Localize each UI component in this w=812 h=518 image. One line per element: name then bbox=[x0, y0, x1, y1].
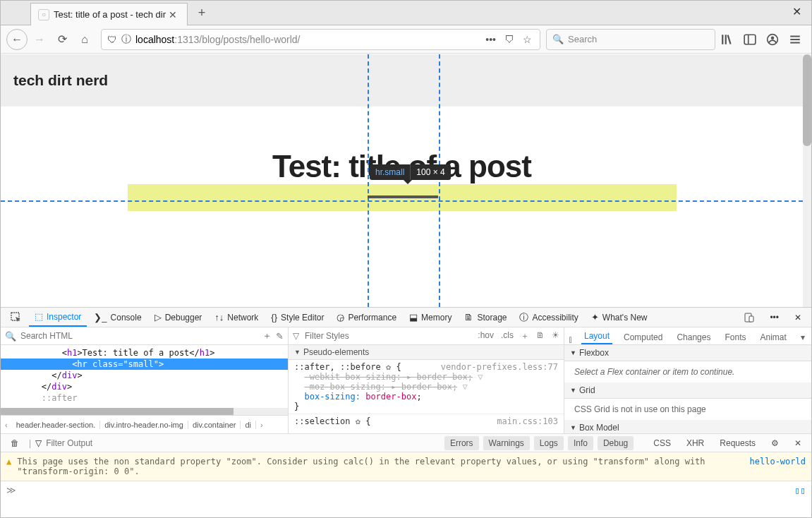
clear-console-icon[interactable]: 🗑 bbox=[5, 436, 25, 450]
console-warning-row[interactable]: ▲ This page uses the non standard proper… bbox=[1, 452, 811, 481]
html-tree[interactable]: <h1>Test: title of a post</h1> <hr class… bbox=[1, 345, 288, 408]
css-rule[interactable]: main.css:103 ::selection ✿ { bbox=[289, 414, 564, 428]
filter-requests[interactable]: Requests bbox=[714, 436, 761, 450]
html-line[interactable]: </div> bbox=[1, 370, 288, 381]
layout-tab-changes[interactable]: Changes bbox=[674, 330, 713, 344]
tab-close-icon[interactable]: ✕ bbox=[166, 9, 180, 20]
html-line[interactable]: <h1>Test: title of a post</h1> bbox=[1, 347, 288, 359]
layout-tab-computed[interactable]: Computed bbox=[621, 330, 665, 344]
crumb-next-icon[interactable]: › bbox=[256, 421, 267, 429]
url-port: :1313 bbox=[174, 34, 199, 45]
html-line[interactable]: </div> bbox=[1, 381, 288, 392]
page-scrollbar[interactable] bbox=[803, 54, 811, 307]
element-picker-button[interactable] bbox=[5, 308, 28, 327]
tab-network[interactable]: ↑↓Network bbox=[209, 308, 264, 327]
tooltip-selector: hr.small bbox=[370, 164, 410, 180]
sidebar-toggle-icon[interactable]: ⫿ bbox=[569, 335, 573, 344]
tab-style-editor[interactable]: {}Style Editor bbox=[265, 308, 329, 327]
add-rule-icon[interactable]: ＋ bbox=[521, 330, 529, 342]
warning-icon: ▲ bbox=[6, 457, 11, 466]
filter-xhr[interactable]: XHR bbox=[681, 436, 710, 450]
rule-location[interactable]: vendor-prefixes.less:77 bbox=[441, 362, 558, 372]
reader-mode-icon[interactable]: ⛉ bbox=[502, 34, 516, 45]
hov-toggle[interactable]: :hov bbox=[478, 330, 494, 342]
crumb-item[interactable]: header.header-section. bbox=[12, 421, 101, 429]
tab-memory[interactable]: ⬓Memory bbox=[404, 308, 457, 327]
console-settings-icon[interactable]: ⚙ bbox=[765, 436, 784, 450]
reload-button[interactable]: ⟳ bbox=[51, 29, 73, 50]
prompt-chevron-icon: ≫ bbox=[6, 485, 16, 495]
console-prompt[interactable]: ≫ ▯▯ bbox=[1, 481, 811, 499]
tab-accessibility[interactable]: ⓘAccessibility bbox=[514, 308, 583, 327]
url-host: localhost bbox=[135, 34, 174, 45]
crumb-item[interactable]: div.intro-header.no-img bbox=[100, 421, 188, 429]
css-rule[interactable]: vendor-prefixes.less:77 ::after, ::befor… bbox=[289, 360, 564, 414]
devtools-menu-icon[interactable]: ••• bbox=[764, 313, 784, 323]
window-close-button[interactable]: ✕ bbox=[788, 5, 806, 18]
sidebar-icon[interactable] bbox=[739, 29, 761, 50]
print-sim-icon[interactable]: 🗎 bbox=[536, 330, 545, 342]
filter-info[interactable]: Info bbox=[568, 436, 593, 450]
console-close-icon[interactable]: ✕ bbox=[789, 436, 807, 450]
rule-location[interactable]: main.css:103 bbox=[497, 416, 558, 426]
crumb-item[interactable]: di bbox=[241, 421, 256, 429]
site-info-icon[interactable]: ⓘ bbox=[121, 33, 131, 46]
layout-section-flexbox[interactable]: ▼Flexbox bbox=[564, 345, 811, 361]
inspector-tooltip: hr.small 100 × 4 bbox=[370, 164, 451, 180]
back-button[interactable]: ← bbox=[6, 29, 28, 50]
responsive-mode-icon[interactable] bbox=[739, 313, 760, 323]
site-title-link[interactable]: tech dirt nerd bbox=[13, 72, 108, 88]
breadcrumb: ‹ header.header-section. div.intro-heade… bbox=[1, 415, 288, 433]
home-button[interactable]: ⌂ bbox=[74, 29, 95, 50]
search-bar[interactable]: 🔍 Search bbox=[546, 29, 715, 50]
tab-whats-new[interactable]: ✦What's New bbox=[586, 308, 653, 327]
flexbox-message: Select a Flex container or item to conti… bbox=[564, 361, 811, 383]
filter-warnings[interactable]: Warnings bbox=[483, 436, 530, 450]
layout-tab-animations[interactable]: Animat bbox=[757, 330, 789, 344]
library-icon[interactable] bbox=[717, 29, 738, 50]
new-tab-button[interactable]: + bbox=[192, 3, 212, 23]
warning-source-link[interactable]: hello-world bbox=[750, 457, 806, 466]
tab-storage[interactable]: 🗎Storage bbox=[459, 308, 512, 327]
url-bar[interactable]: 🛡 ⓘ localhost:1313/blog/posts/hello-worl… bbox=[101, 29, 540, 50]
filter-css[interactable]: CSS bbox=[648, 436, 677, 450]
layout-tab-fonts[interactable]: Fonts bbox=[722, 330, 749, 344]
html-hscrollbar[interactable] bbox=[1, 408, 288, 415]
filter-output-input[interactable] bbox=[46, 438, 131, 448]
tab-inspector[interactable]: ⬚Inspector bbox=[29, 308, 87, 327]
tracking-shield-icon[interactable]: 🛡 bbox=[107, 34, 117, 45]
rules-section-header[interactable]: ▼Pseudo-elements bbox=[289, 345, 564, 360]
layout-tab-more-icon[interactable]: ▾ bbox=[798, 330, 808, 344]
cls-toggle[interactable]: .cls bbox=[501, 330, 514, 342]
filter-styles-input[interactable] bbox=[305, 331, 472, 341]
menu-icon[interactable] bbox=[784, 29, 806, 50]
tab-debugger[interactable]: ▷Debugger bbox=[149, 308, 208, 327]
account-icon[interactable] bbox=[762, 29, 783, 50]
tab-performance[interactable]: ◶Performance bbox=[331, 308, 402, 327]
bookmark-star-icon[interactable]: ☆ bbox=[521, 34, 534, 45]
html-line[interactable]: ::after bbox=[1, 392, 288, 404]
layout-section-boxmodel[interactable]: ▼Box Model bbox=[564, 420, 811, 433]
filter-icon: ▽ bbox=[35, 438, 42, 448]
filter-errors[interactable]: Errors bbox=[444, 436, 479, 450]
devtools-close-icon[interactable]: ✕ bbox=[789, 313, 807, 323]
inspector-guide-vertical bbox=[368, 54, 369, 307]
eyedropper-icon[interactable]: ✎ bbox=[276, 331, 284, 342]
add-node-icon[interactable]: ＋ bbox=[262, 330, 272, 342]
filter-logs[interactable]: Logs bbox=[534, 436, 564, 450]
split-console-icon[interactable]: ▯▯ bbox=[794, 485, 806, 495]
filter-debug[interactable]: Debug bbox=[598, 436, 634, 450]
html-line-selected[interactable]: <hr class="small"> bbox=[1, 359, 288, 370]
search-placeholder: Search bbox=[568, 34, 597, 44]
light-sim-icon[interactable]: ☀ bbox=[552, 330, 559, 342]
rules-pane: ▽ :hov .cls ＋ 🗎 ☀ ▼Pseudo-elements vendo… bbox=[289, 327, 564, 433]
browser-tab[interactable]: ○ Test: title of a post - tech dir ✕ bbox=[30, 3, 188, 25]
layout-tab-layout[interactable]: Layout bbox=[581, 329, 612, 344]
crumb-prev-icon[interactable]: ‹ bbox=[1, 421, 12, 429]
search-html-input[interactable] bbox=[20, 331, 258, 341]
search-icon: 🔍 bbox=[552, 34, 564, 44]
crumb-item[interactable]: div.container bbox=[188, 421, 241, 429]
page-actions-icon[interactable]: ••• bbox=[483, 34, 498, 45]
tab-console[interactable]: ❯_Console bbox=[88, 308, 147, 327]
layout-section-grid[interactable]: ▼Grid bbox=[564, 383, 811, 399]
